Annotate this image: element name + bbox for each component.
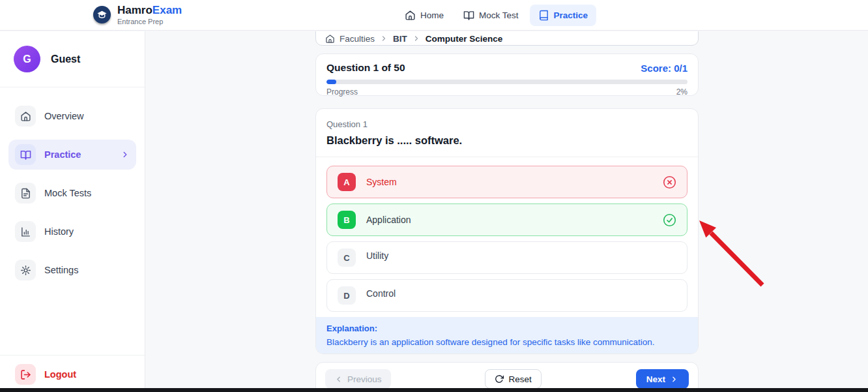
question-counter: Question 1 of 50 [326,62,405,74]
app-header: HamroExam Entrance Prep Home Mock Test [0,0,868,31]
option-text: Utility [366,250,388,261]
logout-section: Logout [0,355,145,387]
sidebar-item-settings[interactable]: Settings [8,255,136,285]
logout-label: Logout [44,369,76,380]
breadcrumb: Faculties BIT Computer Science [315,31,699,46]
sidebar-nav: Overview Practice Mock Tests [0,87,145,285]
option-text: Control [366,288,396,299]
sidebar-item-practice[interactable]: Practice [8,140,136,170]
app-tagline: Entrance Prep [117,18,182,25]
question-text: Blackberry is ..... software. [326,134,687,147]
score-label: Score: 0/1 [641,63,687,74]
sidebar-item-mock-tests[interactable]: Mock Tests [8,178,136,208]
reset-button[interactable]: Reset [485,369,541,389]
progress-caption: Progress [326,87,358,97]
option-text: Application [366,215,411,225]
chevron-right-icon [412,35,420,42]
previous-button[interactable]: Previous [325,369,391,389]
top-nav: Home Mock Test Practice [396,5,596,26]
option-letter-badge: D [338,286,356,305]
nav-label: Practice [554,10,588,20]
user-name: Guest [51,53,80,65]
explanation-text: Blackberry is an application software de… [326,337,687,347]
nav-item-mock-test[interactable]: Mock Test [455,5,527,26]
option-c[interactable]: C Utility [326,241,687,274]
home-icon [325,34,335,44]
question-card: Question 1 Blackberry is ..... software.… [315,108,699,354]
breadcrumb-item-faculties[interactable]: Faculties [325,34,375,44]
sidebar: G Guest Overview Practice [0,31,145,392]
brand: HamroExam Entrance Prep [93,5,182,25]
breadcrumb-item-bit[interactable]: BIT [393,34,407,44]
app-title: HamroExam [117,5,182,17]
progress-fill [326,80,336,84]
option-letter-badge: B [338,211,356,229]
sidebar-item-label: Mock Tests [44,188,91,198]
breadcrumb-item-current: Computer Science [426,34,503,44]
progress-percent: 2% [676,87,687,97]
options-list: A System B Application [316,157,698,312]
refresh-icon [495,374,504,384]
chevron-right-icon [380,35,388,42]
check-circle-icon [663,213,676,227]
nav-item-practice[interactable]: Practice [530,5,597,26]
explanation-panel: Explanation: Blackberry is an applicatio… [316,317,698,354]
home-icon [15,106,36,127]
book-icon [538,10,549,21]
progress-card: Question 1 of 50 Score: 0/1 Progress 2% [315,53,699,96]
option-letter-badge: A [338,173,356,191]
gear-icon [15,260,36,280]
option-text: System [366,177,397,187]
chevron-left-icon [334,375,343,384]
sidebar-item-label: History [44,226,74,237]
sidebar-item-history[interactable]: History [8,217,136,247]
option-letter-badge: C [338,249,356,267]
bar-chart-icon [15,221,36,242]
bottom-edge-bar [0,388,868,392]
progress-bar [326,80,687,84]
sidebar-item-label: Settings [44,265,78,275]
option-d[interactable]: D Control [326,279,687,312]
sidebar-item-overview[interactable]: Overview [8,101,136,131]
chevron-right-icon [121,150,130,159]
main-content: Faculties BIT Computer Science Question … [146,31,868,392]
user-section: G Guest [0,31,145,87]
explanation-title: Explanation: [326,324,687,333]
avatar: G [14,46,40,72]
open-book-icon [15,144,36,165]
nav-item-home[interactable]: Home [396,5,452,26]
option-a[interactable]: A System [326,166,687,198]
x-circle-icon [663,175,676,189]
logout-icon [15,364,36,385]
next-button[interactable]: Next [636,369,689,389]
sidebar-item-label: Practice [44,149,81,160]
home-icon [405,10,416,21]
nav-label: Home [420,10,444,20]
question-number: Question 1 [326,119,687,129]
nav-label: Mock Test [479,10,519,20]
open-book-icon [463,10,474,21]
sidebar-item-label: Overview [44,111,83,121]
option-b[interactable]: B Application [326,204,687,236]
logout-button[interactable]: Logout [8,361,136,387]
chevron-right-icon [670,375,678,384]
file-text-icon [15,183,36,204]
graduation-cap-icon [93,6,111,23]
